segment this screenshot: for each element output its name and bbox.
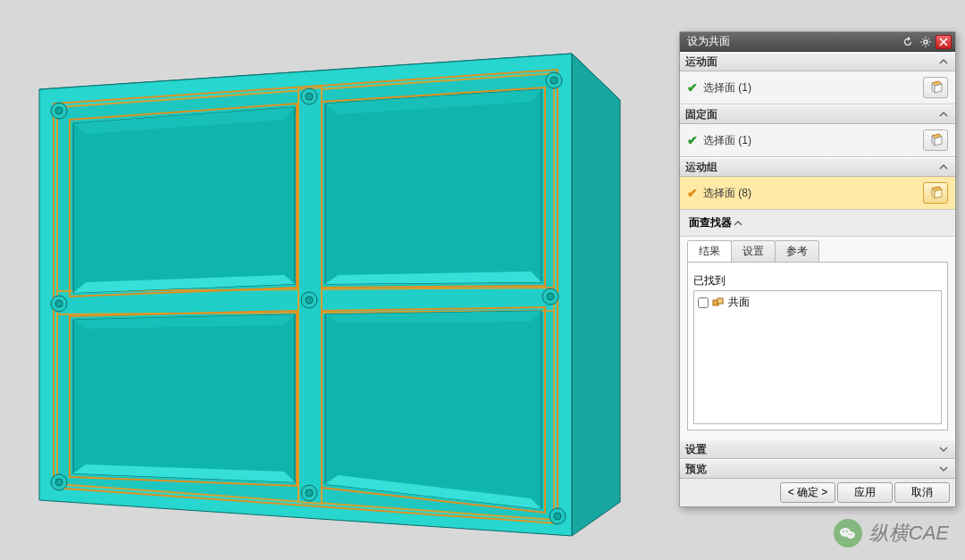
svg-marker-1 <box>572 54 620 536</box>
wechat-icon <box>834 519 862 547</box>
face-filter-button[interactable] <box>923 77 948 98</box>
finder-label: 面查找器 <box>689 215 732 230</box>
svg-point-32 <box>306 297 313 304</box>
svg-point-28 <box>550 77 558 84</box>
reset-icon[interactable] <box>900 35 916 49</box>
coplanar-checkbox[interactable] <box>698 297 709 308</box>
svg-marker-8 <box>73 314 295 482</box>
section-header-fixed-face[interactable]: 固定面 <box>680 104 955 124</box>
face-filter-button[interactable] <box>923 182 948 204</box>
svg-point-54 <box>846 531 855 539</box>
svg-marker-47 <box>935 137 942 146</box>
check-icon: ✔ <box>687 186 698 200</box>
check-icon: ✔ <box>687 80 698 95</box>
dialog-button-row: < 确定 > 应用 取消 <box>680 479 955 506</box>
svg-point-38 <box>306 489 313 497</box>
svg-marker-50 <box>935 189 942 198</box>
apply-button[interactable]: 应用 <box>837 482 893 503</box>
svg-marker-7 <box>325 89 541 284</box>
section-header-settings[interactable]: 设置 <box>680 439 955 459</box>
section-header-motion-face[interactable]: 运动面 <box>680 52 955 71</box>
svg-point-58 <box>851 534 852 536</box>
dialog-titlebar[interactable]: 设为共面 <box>680 32 955 52</box>
found-list[interactable]: 共面 <box>693 290 942 424</box>
model-svg <box>0 0 670 560</box>
svg-marker-44 <box>935 84 942 93</box>
svg-point-36 <box>55 479 63 486</box>
svg-point-40 <box>554 513 561 520</box>
fixed-face-row[interactable]: ✔ 选择面 (1) <box>680 124 955 157</box>
coplanar-icon <box>712 297 725 308</box>
face-finder-header[interactable]: 面查找器 <box>680 210 955 237</box>
watermark-text: 纵横CAE <box>869 520 949 547</box>
chevron-up-icon <box>937 161 950 173</box>
watermark: 纵横CAE <box>834 519 949 547</box>
ok-button[interactable]: < 确定 > <box>780 482 835 503</box>
motion-group-row[interactable]: ✔ 选择面 (8) <box>680 177 955 210</box>
svg-marker-6 <box>73 107 295 293</box>
cancel-button[interactable]: 取消 <box>894 482 950 503</box>
tab-reference[interactable]: 参考 <box>775 240 819 262</box>
motion-face-row[interactable]: ✔ 选择面 (1) <box>680 71 955 104</box>
dialog-title: 设为共面 <box>687 34 730 49</box>
svg-rect-52 <box>717 298 723 304</box>
section-header-preview[interactable]: 预览 <box>680 459 955 479</box>
make-coplanar-dialog: 设为共面 运动面 ✔ 选择面 (1) 固定面 ✔ 选择面 (1) 运动组 ✔ 选… <box>679 31 956 507</box>
select-face-label: 选择面 (1) <box>703 133 751 148</box>
select-face-label: 选择面 (8) <box>703 186 751 201</box>
svg-point-34 <box>547 293 554 300</box>
svg-point-41 <box>924 40 927 44</box>
svg-point-55 <box>843 531 844 532</box>
tab-results[interactable]: 结果 <box>687 240 732 262</box>
chevron-up-icon <box>937 108 950 121</box>
svg-point-57 <box>848 534 850 536</box>
svg-point-24 <box>55 107 63 114</box>
close-icon[interactable] <box>936 35 952 49</box>
list-item[interactable]: 共面 <box>698 295 937 310</box>
section-label: 运动面 <box>685 54 717 70</box>
section-label: 运动组 <box>685 160 717 175</box>
model-viewport[interactable] <box>0 0 670 560</box>
tab-settings[interactable]: 设置 <box>731 240 776 262</box>
chevron-down-icon <box>937 443 950 456</box>
section-header-motion-group[interactable]: 运动组 <box>680 157 955 177</box>
list-item-label: 共面 <box>728 295 750 310</box>
section-label: 固定面 <box>685 107 717 122</box>
found-label: 已找到 <box>693 273 942 288</box>
settings-icon[interactable] <box>918 35 934 49</box>
chevron-up-icon <box>732 217 744 230</box>
svg-point-56 <box>846 531 848 532</box>
svg-point-26 <box>306 93 313 100</box>
chevron-up-icon <box>937 55 950 68</box>
section-label: 预览 <box>685 462 707 477</box>
check-icon: ✔ <box>687 133 698 147</box>
select-face-label: 选择面 (1) <box>703 80 751 96</box>
chevron-down-icon <box>937 463 950 475</box>
svg-point-30 <box>55 300 63 307</box>
face-finder-body: 结果 设置 参考 已找到 共面 <box>680 237 955 439</box>
finder-tabs: 结果 设置 参考 <box>687 240 948 262</box>
section-label: 设置 <box>685 442 707 457</box>
face-filter-button[interactable] <box>923 130 948 151</box>
